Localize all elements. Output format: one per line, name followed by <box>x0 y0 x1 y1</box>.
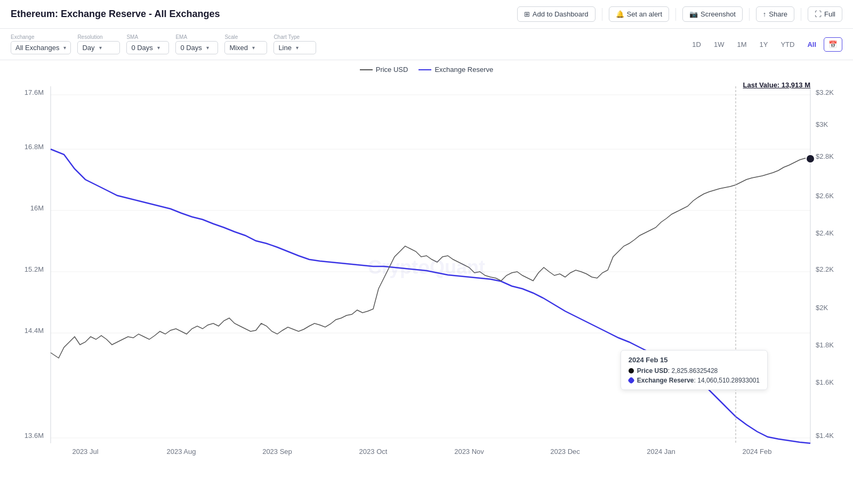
alert-icon: 🔔 <box>616 10 624 18</box>
svg-text:2023 Oct: 2023 Oct <box>359 448 388 456</box>
chevron-down-icon: ▾ <box>63 45 66 51</box>
legend-line-blue <box>419 69 431 70</box>
scale-dropdown-group: Scale Mixed ▾ <box>224 34 267 54</box>
time-btn-1d[interactable]: 1D <box>687 38 706 51</box>
reserve-dot-icon <box>627 377 635 384</box>
current-price-dot <box>806 155 815 163</box>
share-button[interactable]: ↑ Share <box>756 6 794 22</box>
divider <box>602 8 602 21</box>
svg-text:16.8M: 16.8M <box>25 143 44 151</box>
scale-dropdown[interactable]: Mixed ▾ <box>224 41 267 54</box>
svg-text:2023 Jul: 2023 Jul <box>72 448 98 456</box>
full-button[interactable]: ⛶ Full <box>808 6 842 22</box>
svg-text:2023 Sep: 2023 Sep <box>262 448 292 456</box>
chart-tooltip: 2024 Feb 15 Price USD: 2,825.86325428 Ex… <box>621 350 768 390</box>
svg-text:13.6M: 13.6M <box>25 432 44 440</box>
chevron-down-icon: ▾ <box>206 45 209 51</box>
chart-container: Price USD Exchange Reserve Last Value: 1… <box>0 60 853 459</box>
exchange-reserve-line <box>51 149 810 443</box>
svg-text:$1.8K: $1.8K <box>816 341 834 349</box>
svg-text:$2.4K: $2.4K <box>816 229 834 237</box>
tooltip-date: 2024 Feb 15 <box>629 356 760 364</box>
svg-text:17.6M: 17.6M <box>25 88 44 96</box>
svg-text:15.2M: 15.2M <box>25 265 44 273</box>
exchange-dropdown[interactable]: All Exchanges ▾ <box>11 41 71 54</box>
svg-text:2023 Aug: 2023 Aug <box>167 448 196 456</box>
ema-dropdown[interactable]: 0 Days ▾ <box>175 41 218 54</box>
svg-text:14.4M: 14.4M <box>25 327 44 335</box>
share-icon: ↑ <box>763 10 767 18</box>
chart-type-dropdown[interactable]: Line ▾ <box>273 41 316 54</box>
last-value-label: Last Value: 13,913 M <box>743 81 810 89</box>
tooltip-price-label: Price USD: 2,825.86325428 <box>637 367 718 375</box>
tooltip-price-row: Price USD: 2,825.86325428 <box>629 367 760 375</box>
chevron-down-icon: ▾ <box>157 45 160 51</box>
set-alert-button[interactable]: 🔔 Set an alert <box>609 6 670 22</box>
divider <box>749 8 750 21</box>
chart-area: Last Value: 13,913 M CryptoQuant 17.6M 1… <box>11 76 842 459</box>
legend-price: Price USD <box>360 66 408 74</box>
page-header: Ethereum: Exchange Reserve - All Exchang… <box>0 0 853 29</box>
svg-text:$2.6K: $2.6K <box>816 192 834 200</box>
price-dot-icon <box>629 368 634 373</box>
chart-type-label: Chart Type <box>273 34 316 40</box>
time-btn-1w[interactable]: 1W <box>709 38 730 51</box>
chevron-down-icon: ▾ <box>99 45 102 51</box>
page-title: Ethereum: Exchange Reserve - All Exchang… <box>11 9 220 20</box>
calendar-icon: 📅 <box>828 40 838 48</box>
resolution-label: Resolution <box>77 34 120 40</box>
svg-text:16M: 16M <box>30 204 44 212</box>
svg-text:$2K: $2K <box>816 304 828 312</box>
sma-label: SMA <box>126 34 169 40</box>
chevron-down-icon: ▾ <box>252 45 255 51</box>
time-btn-1y[interactable]: 1Y <box>754 38 773 51</box>
chart-svg: 17.6M 16.8M 16M 15.2M 14.4M 13.6M $3.2K … <box>11 76 842 459</box>
svg-text:$2.8K: $2.8K <box>816 152 834 160</box>
svg-text:$2.2K: $2.2K <box>816 265 834 273</box>
divider <box>801 8 801 21</box>
tooltip-reserve-row: Exchange Reserve: 14,060,510.28933001 <box>629 377 760 384</box>
svg-text:$1.6K: $1.6K <box>816 378 834 386</box>
exchange-label: Exchange <box>11 34 71 40</box>
chart-legend: Price USD Exchange Reserve <box>0 60 853 76</box>
header-actions: ⊞ Add to Dashboard 🔔 Set an alert 📷 Scre… <box>517 6 842 22</box>
legend-reserve: Exchange Reserve <box>419 66 493 74</box>
time-range-group: 1D 1W 1M 1Y YTD All 📅 <box>687 37 842 52</box>
time-btn-all[interactable]: All <box>802 38 822 51</box>
svg-text:$1.4K: $1.4K <box>816 432 834 440</box>
chart-toolbar: Exchange All Exchanges ▾ Resolution Day … <box>0 29 853 60</box>
dashboard-icon: ⊞ <box>524 10 530 18</box>
time-btn-ytd[interactable]: YTD <box>775 38 800 51</box>
ema-dropdown-group: EMA 0 Days ▾ <box>175 34 218 54</box>
price-usd-line <box>51 158 810 358</box>
camera-icon: 📷 <box>689 10 698 18</box>
sma-dropdown[interactable]: 0 Days ▾ <box>126 41 169 54</box>
svg-text:2023 Dec: 2023 Dec <box>550 448 580 456</box>
time-btn-1m[interactable]: 1M <box>731 38 752 51</box>
add-to-dashboard-button[interactable]: ⊞ Add to Dashboard <box>517 6 596 22</box>
chart-type-dropdown-group: Chart Type Line ▾ <box>273 34 316 54</box>
scale-label: Scale <box>224 34 267 40</box>
resolution-dropdown[interactable]: Day ▾ <box>77 41 120 54</box>
fullscreen-icon: ⛶ <box>815 10 822 18</box>
ema-label: EMA <box>175 34 218 40</box>
chevron-down-icon: ▾ <box>296 45 299 51</box>
svg-text:2024 Feb: 2024 Feb <box>743 448 772 456</box>
tooltip-reserve-label: Exchange Reserve: 14,060,510.28933001 <box>637 377 760 384</box>
screenshot-button[interactable]: 📷 Screenshot <box>682 6 743 22</box>
divider <box>675 8 676 21</box>
resolution-dropdown-group: Resolution Day ▾ <box>77 34 120 54</box>
svg-text:2023 Nov: 2023 Nov <box>454 448 484 456</box>
sma-dropdown-group: SMA 0 Days ▾ <box>126 34 169 54</box>
svg-text:$3K: $3K <box>816 120 828 128</box>
legend-line-gray <box>360 69 373 70</box>
exchange-dropdown-group: Exchange All Exchanges ▾ <box>11 34 71 54</box>
toolbar-left: Exchange All Exchanges ▾ Resolution Day … <box>11 34 316 54</box>
svg-text:2024 Jan: 2024 Jan <box>647 448 675 456</box>
svg-text:$3.2K: $3.2K <box>816 88 834 96</box>
calendar-button[interactable]: 📅 <box>824 37 842 52</box>
